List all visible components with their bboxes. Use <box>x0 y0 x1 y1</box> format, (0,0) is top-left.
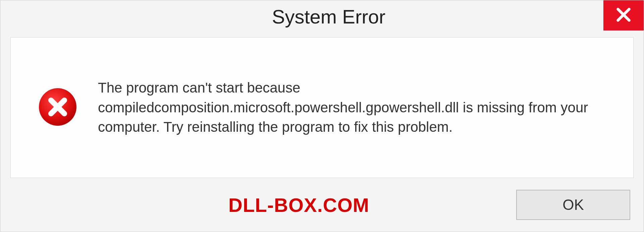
close-button[interactable] <box>603 0 644 31</box>
error-message: The program can't start because compiled… <box>98 78 613 137</box>
ok-button[interactable]: OK <box>516 190 630 220</box>
dialog-title: System Error <box>272 5 385 28</box>
content-panel: The program can't start because compiled… <box>10 37 634 178</box>
dialog-footer: DLL-BOX.COM OK <box>0 185 644 232</box>
titlebar: System Error <box>0 0 644 34</box>
error-icon <box>38 87 78 128</box>
watermark-text: DLL-BOX.COM <box>228 194 369 216</box>
error-dialog: System Error <box>0 0 644 232</box>
close-icon <box>615 6 632 24</box>
